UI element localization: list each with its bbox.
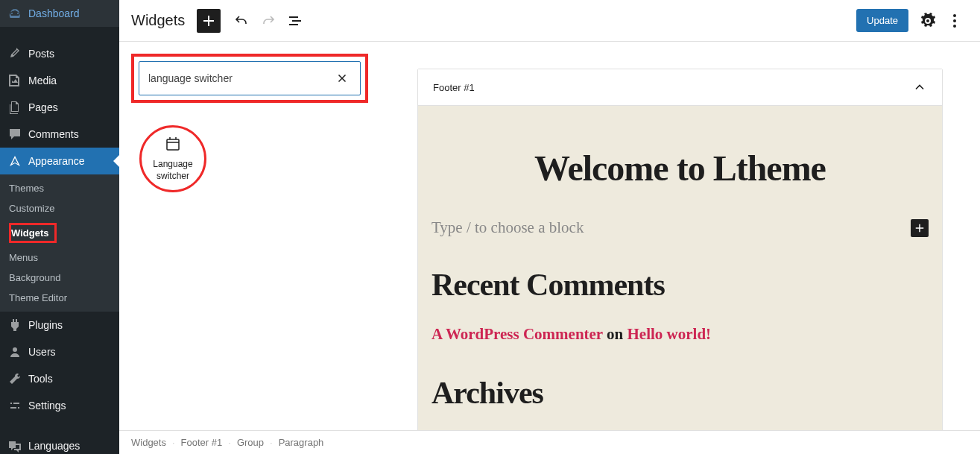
redo-icon — [259, 12, 277, 30]
pages-icon — [7, 100, 22, 115]
sidebar-item-plugins[interactable]: Plugins — [0, 312, 119, 338]
block-appender[interactable]: Type / to choose a block — [431, 218, 929, 237]
dashboard-icon — [7, 6, 22, 21]
submenu-item-widgets[interactable]: Widgets — [0, 218, 119, 248]
gear-icon — [919, 12, 937, 30]
sidebar-item-comments[interactable]: Comments — [0, 121, 119, 148]
list-view-button[interactable] — [282, 7, 309, 34]
breadcrumb-sep: · — [228, 437, 231, 448]
widget-area-header[interactable]: Footer #1 — [418, 69, 942, 106]
search-box — [139, 61, 361, 95]
settings-icon — [7, 398, 22, 413]
appearance-submenu: Themes Customize Widgets Menus Backgroun… — [0, 174, 119, 312]
breadcrumb-sep: · — [172, 437, 175, 448]
sidebar-item-tools[interactable]: Tools — [0, 365, 119, 392]
plus-icon — [913, 221, 926, 235]
search-input[interactable] — [148, 72, 333, 84]
sidebar-item-label: Users — [28, 346, 56, 358]
submenu-item-customize[interactable]: Customize — [0, 198, 119, 218]
sidebar-item-label: Tools — [28, 373, 53, 385]
comments-icon — [7, 127, 22, 142]
sidebar-item-label: Settings — [28, 400, 66, 412]
page-title: Widgets — [131, 12, 185, 29]
sidebar-item-posts[interactable]: Posts — [0, 40, 119, 67]
search-highlight — [131, 54, 368, 103]
submenu-item-menus[interactable]: Menus — [0, 248, 119, 268]
settings-button[interactable] — [914, 7, 941, 34]
sidebar-item-label: Pages — [28, 101, 58, 113]
sidebar-item-label: Languages — [28, 440, 80, 452]
svg-point-2 — [953, 19, 956, 22]
block-inserter-panel: Language switcher — [119, 42, 380, 430]
result-highlight: Language switcher — [139, 125, 206, 192]
plus-icon — [200, 12, 218, 30]
tools-icon — [7, 371, 22, 386]
breadcrumb-item[interactable]: Paragraph — [279, 437, 324, 448]
comment-item[interactable]: A WordPress Commenter on Hello world! — [431, 325, 929, 344]
breadcrumb: Widgets · Footer #1 · Group · Paragraph — [119, 430, 980, 454]
svg-point-3 — [953, 25, 956, 28]
more-vertical-icon — [946, 12, 964, 30]
block-result-language-switcher[interactable]: Language switcher — [136, 118, 210, 200]
close-icon — [335, 72, 349, 85]
sidebar-item-appearance[interactable]: Appearance — [0, 148, 119, 174]
sidebar-item-dashboard[interactable]: Dashboard — [0, 0, 119, 27]
sidebar-item-label: Media — [28, 75, 57, 86]
archives-heading[interactable]: Archives — [431, 375, 929, 411]
comment-on-text: on — [603, 325, 627, 343]
comment-post-link[interactable]: Hello world! — [627, 325, 712, 343]
svg-rect-4 — [167, 139, 179, 150]
sidebar-item-label: Plugins — [28, 319, 63, 331]
add-block-button[interactable] — [197, 9, 221, 33]
sidebar-item-pages[interactable]: Pages — [0, 94, 119, 121]
sidebar-item-label: Appearance — [28, 155, 85, 167]
list-view-icon — [286, 12, 304, 30]
svg-point-1 — [953, 14, 956, 17]
widget-area-title: Footer #1 — [433, 82, 475, 93]
media-icon — [7, 73, 22, 88]
appearance-icon — [7, 154, 22, 168]
more-options-button[interactable] — [941, 7, 968, 34]
breadcrumb-sep: · — [270, 437, 273, 448]
redo-button[interactable] — [255, 7, 282, 34]
undo-icon — [233, 12, 250, 30]
undo-button[interactable] — [228, 7, 255, 34]
users-icon — [7, 344, 22, 359]
admin-sidebar: Dashboard Posts Media Pages Comments App… — [0, 0, 119, 454]
block-appender-button[interactable] — [911, 219, 929, 237]
breadcrumb-item[interactable]: Group — [237, 437, 264, 448]
search-clear-button[interactable] — [333, 69, 351, 87]
sidebar-item-users[interactable]: Users — [0, 338, 119, 365]
comment-author-link[interactable]: A WordPress Commenter — [431, 325, 603, 343]
svg-point-0 — [13, 347, 17, 352]
sidebar-item-label: Posts — [28, 48, 54, 60]
language-switcher-icon — [164, 135, 182, 153]
widget-area-body: Welcome to Ltheme Type / to choose a blo… — [418, 106, 942, 430]
update-button[interactable]: Update — [856, 9, 908, 32]
pin-icon — [7, 46, 22, 61]
editor-topbar: Widgets Update — [119, 0, 980, 42]
block-result-label: Language switcher — [142, 159, 204, 182]
sidebar-item-media[interactable]: Media — [0, 67, 119, 94]
recent-comments-heading[interactable]: Recent Comments — [431, 267, 929, 303]
submenu-item-background[interactable]: Background — [0, 268, 119, 288]
sidebar-item-settings[interactable]: Settings — [0, 392, 119, 419]
submenu-item-themes[interactable]: Themes — [0, 178, 119, 198]
widget-area-footer-1: Footer #1 Welcome to Ltheme Type / to ch… — [417, 69, 943, 430]
block-appender-placeholder: Type / to choose a block — [431, 218, 584, 237]
breadcrumb-item[interactable]: Widgets — [131, 437, 166, 448]
welcome-heading[interactable]: Welcome to Ltheme — [431, 148, 929, 189]
preview-canvas: Footer #1 Welcome to Ltheme Type / to ch… — [380, 42, 980, 430]
sidebar-item-label: Dashboard — [28, 7, 80, 19]
breadcrumb-item[interactable]: Footer #1 — [181, 437, 223, 448]
languages-icon — [7, 438, 22, 453]
submenu-item-theme-editor[interactable]: Theme Editor — [0, 288, 119, 308]
plugins-icon — [7, 318, 22, 332]
chevron-up-icon — [912, 80, 927, 95]
sidebar-item-label: Comments — [28, 128, 79, 140]
sidebar-item-languages[interactable]: Languages — [0, 432, 119, 454]
